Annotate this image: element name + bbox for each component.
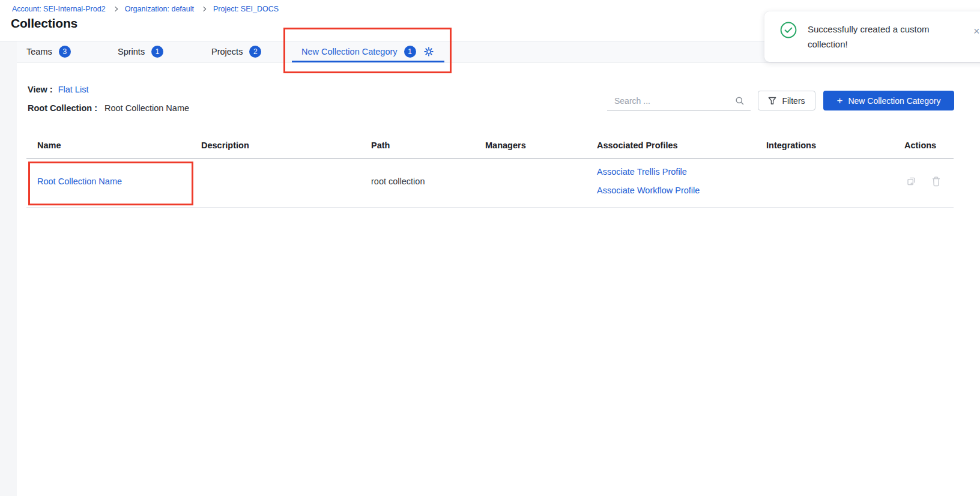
tab-projects-label: Projects [211,47,243,56]
root-collection-value: Root Collection Name [104,103,189,113]
table-row: Root Collection Name root collection Ass… [26,159,954,208]
breadcrumb: Account: SEI-Internal-Prod2 Organization… [12,5,279,13]
tab-sprints-count-badge: 1 [151,46,163,58]
breadcrumb-account-link[interactable]: Account: SEI-Internal-Prod2 [12,5,106,13]
new-collection-category-button[interactable]: + New Collection Category [823,91,954,110]
active-tab-underline [292,61,444,62]
collection-path-cell: root collection [371,177,425,186]
left-rail [0,41,17,496]
toast-message: Successfully created a custom collection… [808,22,952,52]
tab-teams-label: Teams [26,47,52,56]
column-header-managers: Managers [485,141,526,150]
column-header-name: Name [37,141,61,150]
search-box [607,91,751,110]
filter-funnel-icon [768,97,776,105]
tab-sprints[interactable]: Sprints 1 [118,41,163,62]
filters-button-label: Filters [782,96,805,106]
breadcrumb-project-link[interactable]: Project: SEI_DOCS [213,5,279,13]
column-header-path: Path [371,141,390,150]
search-icon [735,96,745,106]
column-header-actions: Actions [904,141,936,150]
column-header-description: Description [201,141,249,150]
tab-new-collection-category-count-badge: 1 [404,46,416,58]
new-collection-category-button-label: New Collection Category [848,96,940,106]
tab-new-collection-category[interactable]: New Collection Category 1 [301,41,434,62]
view-selector-line: View : Flat List [28,85,88,94]
success-toast: Successfully created a custom collection… [764,11,980,62]
column-header-associated-profiles: Associated Profiles [597,141,678,150]
success-check-icon [780,22,797,41]
search-input[interactable] [607,96,735,106]
associate-trellis-profile-link[interactable]: Associate Trellis Profile [597,167,687,177]
root-collection-line: Root Collection : Root Collection Name [28,103,189,113]
associate-workflow-profile-link[interactable]: Associate Workflow Profile [597,186,700,195]
copy-icon[interactable] [906,175,918,187]
chevron-right-icon [201,7,206,11]
collections-page: Account: SEI-Internal-Prod2 Organization… [0,0,980,496]
tab-new-collection-category-label: New Collection Category [301,47,398,56]
plus-icon: + [836,95,842,106]
close-icon[interactable]: × [971,23,980,39]
breadcrumb-organization-link[interactable]: Organization: default [125,5,194,13]
page-title: Collections [11,16,77,31]
tab-projects-count-badge: 2 [249,46,261,58]
chevron-right-icon [112,7,117,11]
root-collection-label: Root Collection : [28,103,97,113]
view-label: View : [28,85,53,94]
tab-teams-count-badge: 3 [59,46,71,58]
collection-name-link[interactable]: Root Collection Name [37,177,122,186]
column-header-integrations: Integrations [766,141,816,150]
trash-icon[interactable] [930,175,942,187]
view-flat-list-link[interactable]: Flat List [58,85,89,94]
tab-sprints-label: Sprints [118,47,145,56]
gear-icon[interactable] [424,47,434,56]
tab-projects[interactable]: Projects 2 [211,41,261,62]
filters-button[interactable]: Filters [758,91,815,110]
tab-teams[interactable]: Teams 3 [26,41,71,62]
